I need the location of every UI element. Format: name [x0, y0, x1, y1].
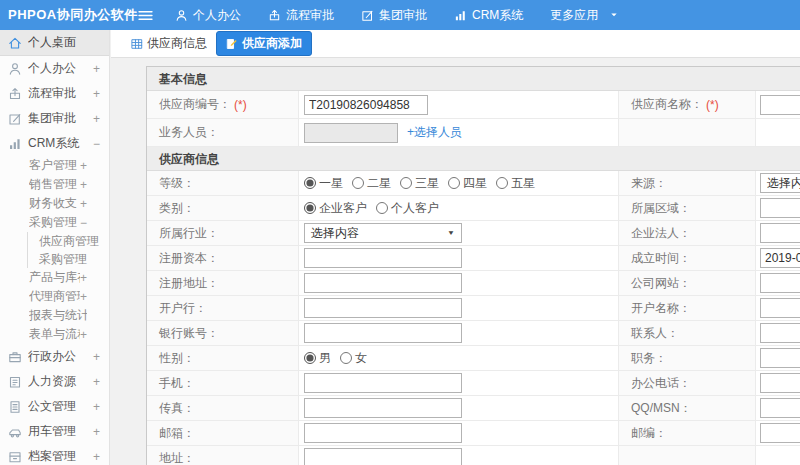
expand-plus-icon[interactable]: + [80, 290, 87, 304]
registered-capital-input[interactable] [304, 248, 462, 268]
sidebar-item-crm[interactable]: CRM系统− [0, 131, 109, 156]
category-radio-input-0[interactable] [304, 202, 316, 214]
hamburger-menu-icon[interactable] [138, 8, 153, 23]
sidebar-item-vehicle-mgmt[interactable]: 用车管理+ [0, 419, 109, 444]
position-input[interactable] [760, 348, 800, 368]
account-name-input[interactable] [760, 298, 800, 318]
region-input[interactable] [760, 198, 800, 218]
nav-item-group-approval[interactable]: 集团审批 [361, 7, 427, 24]
expand-plus-icon[interactable]: + [80, 159, 87, 173]
level-radio-4[interactable]: 五星 [496, 175, 535, 192]
category-radio-input-1[interactable] [376, 202, 388, 214]
sidebar-item-workflow-approval[interactable]: 流程审批+ [0, 81, 109, 106]
sidebar-item-personal-office[interactable]: 个人办公+ [0, 56, 109, 81]
expand-plus-icon[interactable]: + [80, 197, 87, 211]
gender-radio-input-0[interactable] [304, 352, 316, 364]
qq-msn-input[interactable] [760, 398, 800, 418]
postcode-input[interactable] [760, 423, 800, 443]
nav-item-crm[interactable]: CRM系统 [454, 7, 523, 24]
sidebar-item-product-inventory[interactable]: 产品与库存+ [0, 268, 109, 287]
gender-radio-input-1[interactable] [340, 352, 352, 364]
sidebar-item-customer-mgmt[interactable]: 客户管理+ [0, 156, 109, 175]
fax-input[interactable] [304, 398, 462, 418]
required-mark: (*) [706, 98, 719, 112]
collapse-minus-icon[interactable]: − [80, 216, 87, 230]
edit-icon [361, 9, 374, 22]
contact-person-input[interactable] [760, 323, 800, 343]
email-input[interactable] [304, 423, 462, 443]
expand-plus-icon[interactable]: + [93, 87, 100, 101]
category-radio-1[interactable]: 个人客户 [376, 200, 439, 217]
level-radio-input-4[interactable] [496, 177, 508, 189]
founded-date-input[interactable] [760, 248, 800, 268]
industry-select[interactable]: 选择内容▼ [304, 223, 462, 243]
nav-item-workflow-approval[interactable]: 流程审批 [268, 7, 334, 24]
sidebar-item-reports-stats[interactable]: 报表与统计 [0, 306, 109, 325]
expand-plus-icon[interactable]: + [80, 271, 87, 285]
sidebar-item-admin-office[interactable]: 行政办公+ [0, 344, 109, 369]
sidebar-item-sales-mgmt[interactable]: 销售管理+ [0, 175, 109, 194]
category-radio-0[interactable]: 企业客户 [304, 200, 367, 217]
supplier-name-input[interactable] [760, 95, 800, 115]
tab-supplier-info[interactable]: 供应商信息 [131, 35, 207, 52]
field-label-address: 地址： [147, 446, 299, 465]
level-radio-0[interactable]: 一星 [304, 175, 343, 192]
sidebar-item-label: 个人桌面 [28, 34, 100, 51]
expand-plus-icon[interactable]: + [80, 178, 87, 192]
expand-plus-icon[interactable]: + [93, 350, 100, 364]
field-cell-industry: 选择内容▼ [299, 221, 619, 245]
sidebar-item-hr[interactable]: 人力资源+ [0, 369, 109, 394]
website-input[interactable] [760, 273, 800, 293]
address-input[interactable] [304, 448, 462, 465]
gender-radio-1[interactable]: 女 [340, 350, 367, 367]
sidebar-item-personal-desktop[interactable]: 个人桌面 [0, 30, 109, 56]
bank-account-input[interactable] [304, 323, 462, 343]
field-cell-legal-person [756, 221, 800, 245]
bank-input[interactable] [304, 298, 462, 318]
expand-plus-icon[interactable]: + [93, 62, 100, 76]
expand-plus-icon[interactable]: + [93, 450, 100, 464]
sidebar-item-label: 流程审批 [28, 85, 93, 102]
level-radio-input-0[interactable] [304, 177, 316, 189]
level-radio-1[interactable]: 二星 [352, 175, 391, 192]
sidebar-item-supplier-mgmt[interactable]: 供应商管理 [28, 232, 109, 250]
sidebar-item-official-doc[interactable]: 公文管理+ [0, 394, 109, 419]
collapse-minus-icon[interactable]: − [93, 137, 100, 151]
level-radio-input-3[interactable] [448, 177, 460, 189]
office-phone-input[interactable] [760, 373, 800, 393]
expand-plus-icon[interactable]: + [93, 375, 100, 389]
expand-plus-icon[interactable]: + [80, 328, 87, 342]
field-label-qq-msn: QQ/MSN： [619, 396, 756, 420]
sidebar-item-purchasing[interactable]: 采购管理 [28, 250, 109, 268]
field-label-text: 企业法人： [631, 225, 691, 242]
sidebar-item-group-approval[interactable]: 集团审批+ [0, 106, 109, 131]
level-radio-input-2[interactable] [400, 177, 412, 189]
level-radio-input-1[interactable] [352, 177, 364, 189]
field-label-industry: 所属行业： [147, 221, 299, 245]
expand-plus-icon[interactable]: + [93, 112, 100, 126]
business-person-input[interactable] [304, 123, 398, 143]
tab-supplier-add[interactable]: 供应商添加 [216, 31, 312, 56]
nav-item-personal-office[interactable]: 个人办公 [175, 7, 241, 24]
sidebar-item-form-flow-settings[interactable]: 表单与流程设置+ [0, 325, 109, 344]
source-select[interactable]: 选择内容▼ [760, 173, 800, 193]
nav-item-more-apps[interactable]: 更多应用 [550, 7, 619, 24]
sidebar-item-purchase-mgmt[interactable]: 采购管理− [0, 213, 109, 232]
select-person-link[interactable]: +选择人员 [407, 124, 462, 141]
mobile-input[interactable] [304, 373, 462, 393]
sidebar-item-finance[interactable]: 财务收支+ [0, 194, 109, 213]
level-radio-2[interactable]: 三星 [400, 175, 439, 192]
expand-plus-icon[interactable]: + [93, 425, 100, 439]
field-label-empty [619, 119, 756, 146]
select-value: 选择内容 [311, 225, 359, 242]
sidebar-item-agent-mgmt[interactable]: 代理商管理+ [0, 287, 109, 306]
level-radio-3[interactable]: 四星 [448, 175, 487, 192]
sidebar-item-label: 销售管理 [29, 176, 80, 193]
legal-person-input[interactable] [760, 223, 800, 243]
registered-address-input[interactable] [304, 273, 462, 293]
gender-radio-0[interactable]: 男 [304, 350, 331, 367]
supplier-code-input[interactable] [304, 95, 428, 115]
field-label-text: 注册地址： [159, 275, 219, 292]
sidebar-item-archives-mgmt[interactable]: 档案管理+ [0, 444, 109, 465]
expand-plus-icon[interactable]: + [93, 400, 100, 414]
